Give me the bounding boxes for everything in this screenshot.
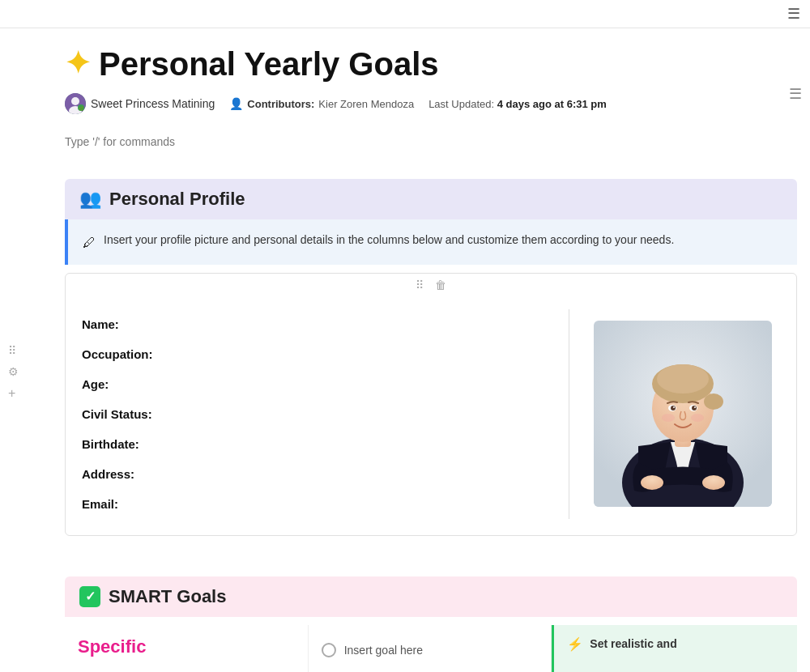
list-icon[interactable]: ☰ [787, 5, 800, 23]
goal-input-col: Insert goal here [309, 625, 552, 672]
svg-point-26 [702, 475, 725, 490]
profile-note-block: 🖊 Insert your profile picture and person… [65, 219, 797, 265]
note-icon: 🖊 [83, 232, 96, 253]
contributors-name: Kier Zoren Mendoza [318, 98, 414, 110]
field-label-civil-status: Civil Status: [82, 407, 187, 421]
lightning-icon: ⚡ [567, 636, 583, 652]
realistic-header: ⚡ Set realistic and [567, 636, 784, 652]
profile-card: ⠿ 🗑 Name: Occupation: [65, 273, 797, 536]
svg-point-16 [704, 393, 723, 410]
last-updated: Last Updated: 4 days ago at 6:31 pm [428, 98, 607, 110]
realistic-col: ⚡ Set realistic and [552, 625, 797, 672]
smart-section-header: ✓ SMART Goals [65, 576, 797, 617]
svg-point-15 [657, 364, 709, 393]
settings-icon[interactable]: ⚙ [8, 365, 19, 378]
left-gutter: ⠿ ⚙ + [0, 28, 65, 672]
field-label-email: Email: [82, 497, 187, 511]
profile-section-title: Personal Profile [109, 189, 245, 210]
last-updated-label: Last Updated: [428, 98, 494, 110]
page-title: ✦ Personal Yearly Goals [65, 46, 797, 82]
svg-point-1 [71, 97, 79, 105]
field-email: Email: [82, 489, 552, 519]
top-bar-actions: ☰ [787, 5, 800, 23]
smart-check-icon: ✓ [79, 586, 100, 607]
svg-point-21 [673, 406, 675, 408]
profile-content: Name: Occupation: Age: Civil Status [66, 296, 796, 535]
contributors-icon: 👤 [229, 97, 243, 110]
smart-goal-input[interactable]: Insert goal here [322, 636, 539, 664]
field-name: Name: [82, 309, 552, 339]
smart-goals-section: ✓ SMART Goals Specific Insert goal here [65, 576, 797, 672]
avatar: 🌿 [65, 93, 86, 114]
specific-label: Specific [78, 636, 295, 657]
field-age: Age: [82, 369, 552, 399]
card-toolbar: ⠿ 🗑 [66, 274, 796, 296]
goal-text[interactable]: Insert goal here [344, 644, 423, 657]
last-updated-value: 4 days ago at 6:31 pm [497, 98, 607, 110]
card-delete-icon[interactable]: 🗑 [435, 279, 446, 291]
svg-point-22 [694, 406, 696, 408]
content-area: ✦ Personal Yearly Goals 🌿 Sw [65, 28, 810, 672]
command-input[interactable] [65, 129, 797, 155]
svg-point-24 [691, 414, 704, 422]
contributors-label: Contributors: [247, 98, 314, 110]
meta-bar: 🌿 Sweet Princess Matining 👤 Contributors… [65, 93, 797, 114]
personal-profile-section: 👥 Personal Profile 🖊 Insert your profile… [65, 179, 797, 576]
sparkle-icon: ✦ [65, 47, 91, 81]
smart-section-title: SMART Goals [109, 586, 226, 607]
profile-photo-area[interactable] [586, 309, 780, 519]
specific-col: Specific [65, 625, 309, 672]
field-address: Address: [82, 459, 552, 489]
svg-point-20 [692, 406, 697, 410]
profile-fields: Name: Occupation: Age: Civil Status [82, 309, 569, 519]
svg-point-23 [662, 414, 675, 422]
field-birthdate: Birthdate: [82, 429, 552, 459]
add-block-icon[interactable]: + [8, 386, 19, 401]
smart-row: Specific Insert goal here ⚡ Set realisti… [65, 625, 797, 672]
page-title-section: ✦ Personal Yearly Goals 🌿 Sw [65, 28, 797, 179]
top-bar: ☰ [0, 0, 810, 28]
card-move-icon[interactable]: ⠿ [416, 279, 424, 291]
spacer [65, 560, 797, 576]
field-occupation: Occupation: [82, 339, 552, 369]
note-text: Insert your profile picture and personal… [104, 231, 674, 249]
profile-icon: 👥 [79, 189, 101, 210]
drag-handle-icon[interactable]: ⠿ [8, 344, 19, 357]
page-title-text: Personal Yearly Goals [99, 46, 439, 82]
outline-icon[interactable]: ☰ [789, 85, 802, 103]
svg-text:🌿: 🌿 [79, 106, 84, 112]
field-label-occupation: Occupation: [82, 347, 187, 361]
profile-photo [594, 321, 772, 507]
author-info: 🌿 Sweet Princess Matining [65, 93, 215, 114]
field-label-address: Address: [82, 467, 187, 481]
author-name: Sweet Princess Matining [91, 97, 215, 110]
svg-point-19 [671, 406, 676, 410]
realistic-label: Set realistic and [590, 637, 676, 650]
main-wrapper: ⠿ ⚙ + ✦ Personal Yearly Goals [0, 28, 810, 672]
contributors-info: 👤 Contributors: Kier Zoren Mendoza [229, 97, 414, 110]
field-label-birthdate: Birthdate: [82, 437, 187, 451]
profile-section-header: 👥 Personal Profile [65, 179, 797, 219]
svg-point-25 [641, 475, 663, 490]
field-civil-status: Civil Status: [82, 399, 552, 429]
goal-radio[interactable] [322, 643, 336, 657]
field-label-age: Age: [82, 377, 187, 391]
left-gutter-icons: ⠿ ⚙ + [8, 344, 19, 401]
field-label-name: Name: [82, 317, 187, 331]
